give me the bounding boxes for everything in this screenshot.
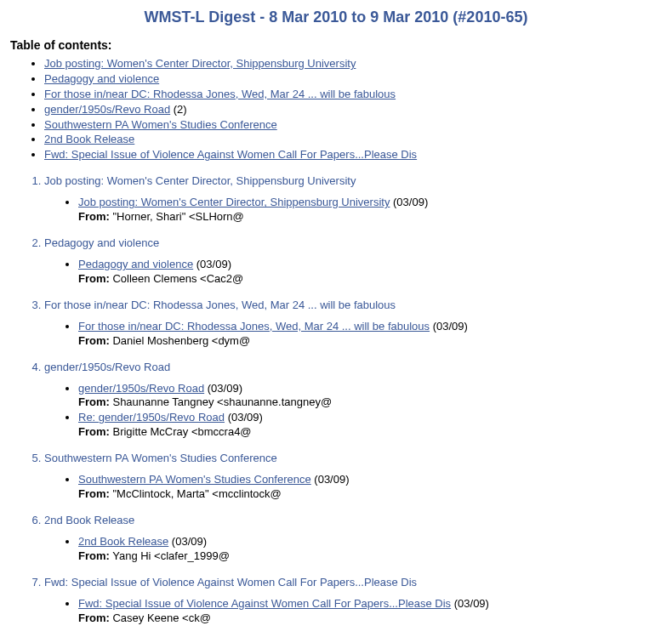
toc-count: (2) (170, 103, 187, 116)
toc-item: gender/1950s/Revo Road (2) (44, 103, 662, 117)
from-value: Colleen Clemens <Cac2@ (110, 272, 243, 285)
section-title: gender/1950s/Revo Road (44, 361, 170, 373)
message-link[interactable]: For those in/near DC: Rhodessa Jones, We… (78, 320, 430, 333)
from-value: "Horner, Shari" <SLHorn@ (110, 210, 244, 223)
from-label: From: (78, 425, 110, 438)
message-date: (03/09) (451, 597, 489, 610)
from-value: "McClintock, Marta" <mcclintock@ (110, 487, 282, 500)
section-item: Fwd: Special Issue of Violence Against W… (44, 576, 662, 626)
from-label: From: (78, 395, 110, 408)
message-item: Fwd: Special Issue of Violence Against W… (78, 597, 662, 626)
toc-label: Table of contents: (10, 38, 662, 52)
section-item: 2nd Book Release2nd Book Release (03/09)… (44, 514, 662, 564)
message-item: Pedagogy and violence (03/09)From: Colle… (78, 258, 662, 287)
toc-item: Pedagogy and violence (44, 72, 662, 87)
message-item: Southwestern PA Women's Studies Conferen… (78, 473, 662, 502)
section-title: Pedagogy and violence (44, 236, 159, 249)
message-item: Job posting: Women's Center Director, Sh… (78, 196, 662, 225)
from-value: Brigitte McCray <bmccra4@ (110, 425, 252, 438)
message-list: gender/1950s/Revo Road (03/09)From: Shau… (44, 382, 662, 441)
from-label: From: (78, 611, 110, 624)
message-item: gender/1950s/Revo Road (03/09)From: Shau… (78, 382, 662, 411)
message-item: 2nd Book Release (03/09)From: Yang Hi <c… (78, 535, 662, 564)
message-link[interactable]: Fwd: Special Issue of Violence Against W… (78, 597, 451, 610)
message-list: Job posting: Women's Center Director, Sh… (44, 196, 662, 225)
message-date: (03/09) (430, 320, 468, 333)
toc-item: Job posting: Women's Center Director, Sh… (44, 57, 662, 71)
message-date: (03/09) (168, 535, 207, 548)
message-list: Southwestern PA Women's Studies Conferen… (44, 473, 662, 502)
message-item: Re: gender/1950s/Revo Road (03/09)From: … (78, 411, 662, 440)
section-title: For those in/near DC: Rhodessa Jones, We… (44, 299, 396, 311)
toc-link[interactable]: Job posting: Women's Center Director, Sh… (44, 57, 356, 70)
section-item: gender/1950s/Revo Roadgender/1950s/Revo … (44, 361, 662, 441)
toc-link[interactable]: gender/1950s/Revo Road (44, 103, 170, 116)
message-list: 2nd Book Release (03/09)From: Yang Hi <c… (44, 535, 662, 564)
message-link[interactable]: Pedagogy and violence (78, 258, 193, 270)
from-label: From: (78, 549, 110, 562)
from-value: Shaunanne Tangney <shaunanne.tangney@ (110, 395, 332, 408)
page-title: WMST-L Digest - 8 Mar 2010 to 9 Mar 2010… (10, 9, 662, 26)
section-title: Southwestern PA Women's Studies Conferen… (44, 452, 277, 464)
message-list: Pedagogy and violence (03/09)From: Colle… (44, 258, 662, 287)
message-item: For those in/near DC: Rhodessa Jones, We… (78, 320, 662, 349)
section-title: Job posting: Women's Center Director, Sh… (44, 174, 356, 187)
toc-link[interactable]: For those in/near DC: Rhodessa Jones, We… (44, 88, 396, 100)
toc-link[interactable]: 2nd Book Release (44, 133, 134, 145)
message-date: (03/09) (193, 258, 231, 270)
toc-item: 2nd Book Release (44, 133, 662, 147)
message-date: (03/09) (204, 382, 242, 395)
section-item: For those in/near DC: Rhodessa Jones, We… (44, 299, 662, 349)
message-link[interactable]: Job posting: Women's Center Director, Sh… (78, 196, 390, 208)
section-title: 2nd Book Release (44, 514, 134, 526)
from-value: Daniel Moshenberg <dym@ (110, 334, 250, 347)
message-link[interactable]: Re: gender/1950s/Revo Road (78, 411, 225, 424)
section-item: Pedagogy and violencePedagogy and violen… (44, 236, 662, 287)
toc-link[interactable]: Pedagogy and violence (44, 72, 159, 85)
toc-item: For those in/near DC: Rhodessa Jones, We… (44, 88, 662, 102)
message-date: (03/09) (390, 196, 428, 208)
message-link[interactable]: gender/1950s/Revo Road (78, 382, 204, 395)
message-link[interactable]: 2nd Book Release (78, 535, 168, 548)
section-title: Fwd: Special Issue of Violence Against W… (44, 576, 417, 589)
from-label: From: (78, 210, 110, 223)
message-date: (03/09) (225, 411, 263, 424)
section-item: Job posting: Women's Center Director, Sh… (44, 174, 662, 225)
from-value: Yang Hi <clafer_1999@ (110, 549, 230, 562)
toc-item: Southwestern PA Women's Studies Conferen… (44, 118, 662, 133)
toc-list: Job posting: Women's Center Director, Sh… (10, 57, 662, 162)
sections-list: Job posting: Women's Center Director, Sh… (10, 174, 662, 625)
message-link[interactable]: Southwestern PA Women's Studies Conferen… (78, 473, 311, 486)
from-label: From: (78, 272, 110, 285)
message-list: Fwd: Special Issue of Violence Against W… (44, 597, 662, 626)
message-date: (03/09) (311, 473, 350, 486)
toc-link[interactable]: Fwd: Special Issue of Violence Against W… (44, 148, 417, 161)
section-item: Southwestern PA Women's Studies Conferen… (44, 452, 662, 502)
from-label: From: (78, 487, 110, 500)
message-list: For those in/near DC: Rhodessa Jones, We… (44, 320, 662, 349)
from-value: Casey Keene <ck@ (110, 611, 211, 624)
from-label: From: (78, 334, 110, 347)
toc-item: Fwd: Special Issue of Violence Against W… (44, 148, 662, 162)
toc-link[interactable]: Southwestern PA Women's Studies Conferen… (44, 118, 277, 131)
